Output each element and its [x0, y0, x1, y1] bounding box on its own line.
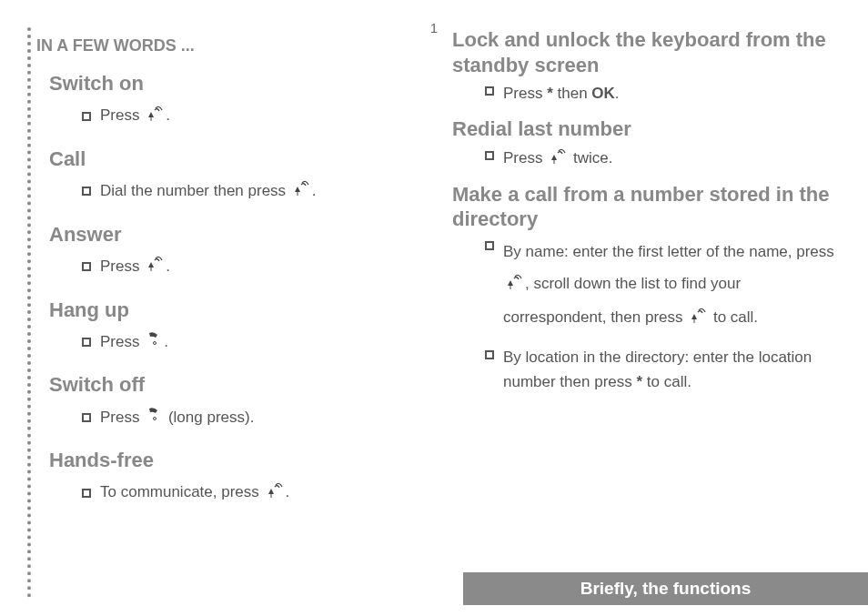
bullet-icon	[82, 187, 91, 196]
star-key: *	[547, 85, 553, 102]
dotted-left-border	[27, 27, 31, 598]
call-key-icon	[549, 146, 567, 171]
heading-switch-on: Switch on	[49, 72, 425, 96]
page-content: IN A FEW WORDS ... Switch on Press . Cal…	[0, 0, 868, 542]
heading-hands-free: Hands-free	[49, 449, 425, 472]
item-hands-free: To communicate, press .	[82, 478, 425, 508]
item-text: To communicate, press .	[100, 483, 289, 500]
item-text: Press * then OK.	[503, 81, 840, 106]
item-hang-up: Press .	[82, 328, 425, 358]
item-call: Dial the number then press .	[82, 177, 425, 207]
bullet-icon	[485, 151, 494, 160]
item-lock: Press * then OK.	[485, 81, 850, 106]
item-text: Press .	[100, 258, 170, 275]
heading-directory: Make a call from a number stored in the …	[452, 182, 850, 232]
svg-point-3	[154, 342, 156, 345]
item-switch-off: Press (long press).	[82, 402, 425, 432]
bullet-icon	[82, 262, 91, 271]
bullet-icon	[82, 489, 91, 498]
item-directory-by-name: By name: enter the first letter of the n…	[485, 236, 850, 334]
left-column: IN A FEW WORDS ... Switch on Press . Cal…	[27, 18, 425, 524]
svg-point-4	[154, 417, 156, 419]
heading-call: Call	[49, 147, 425, 171]
ok-key: OK	[591, 85, 615, 102]
item-redial: Press twice.	[485, 146, 850, 171]
call-key-icon	[689, 302, 707, 335]
item-switch-on: Press .	[82, 101, 425, 131]
bullet-icon	[82, 413, 91, 422]
item-text: Press twice.	[503, 146, 840, 171]
call-key-icon	[146, 252, 164, 281]
heading-answer: Answer	[49, 223, 425, 247]
call-key-icon	[146, 102, 164, 131]
heading-hang-up: Hang up	[49, 298, 425, 322]
call-key-icon	[292, 177, 310, 206]
bullet-icon	[485, 350, 494, 359]
call-key-icon	[505, 268, 523, 301]
right-column: Lock and unlock the keyboard from the st…	[452, 18, 850, 524]
heading-redial: Redial last number	[452, 116, 850, 142]
hangup-key-icon	[146, 328, 162, 357]
heading-lock: Lock and unlock the keyboard from the st…	[452, 27, 850, 77]
bullet-icon	[82, 112, 91, 121]
page-title: IN A FEW WORDS ...	[36, 36, 425, 56]
item-directory-by-location: By location in the directory: enter the …	[485, 345, 850, 394]
page-number: 1	[430, 20, 438, 35]
item-text: Press .	[100, 333, 168, 350]
call-key-icon	[266, 479, 284, 508]
item-text: By location in the directory: enter the …	[503, 345, 840, 394]
item-text: Press (long press).	[100, 409, 254, 426]
item-answer: Press .	[82, 252, 425, 282]
item-text: Dial the number then press .	[100, 182, 317, 199]
item-text: Press .	[100, 106, 170, 124]
item-text: By name: enter the first letter of the n…	[503, 236, 840, 334]
bullet-icon	[485, 241, 494, 250]
footer-bar: Briefly, the functions	[463, 572, 868, 605]
bullet-icon	[485, 86, 494, 96]
bullet-icon	[82, 338, 91, 347]
heading-switch-off: Switch off	[49, 373, 425, 397]
hangup-key-icon	[146, 403, 162, 432]
